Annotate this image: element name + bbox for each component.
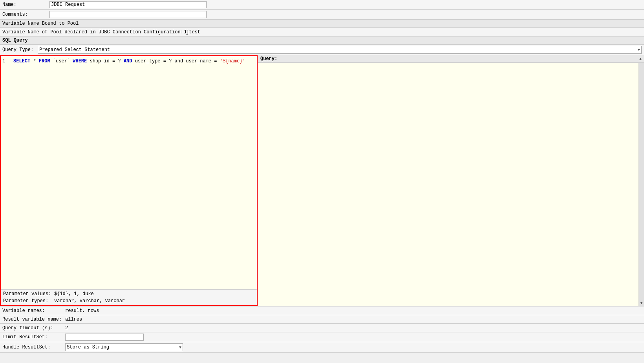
- handle-resultset-select-wrapper: Store as String Store as Object Count Re…: [65, 343, 183, 351]
- query-timeout-row: Query timeout (s): 2: [0, 324, 644, 332]
- right-panel-scrollbar-up: ▲: [639, 57, 642, 61]
- variable-names-value: result, rows: [65, 308, 642, 314]
- sql-line-1: 1 SELECT * FROM `user` WHERE shop_id = ?…: [2, 58, 255, 65]
- sql-section: 1 SELECT * FROM `user` WHERE shop_id = ?…: [0, 55, 644, 306]
- query-type-select-wrapper: Prepared Select Statement Select Stateme…: [38, 46, 642, 54]
- name-row: Name:: [0, 0, 644, 10]
- scrollbar-down-arrow: ▼: [640, 301, 642, 305]
- query-timeout-label: Query timeout (s):: [2, 325, 65, 331]
- param-types-row: Parameter types: varchar, varchar, varch…: [3, 297, 254, 305]
- handle-resultset-label: Handle ResultSet:: [2, 345, 65, 350]
- variable-name-bound-title: Variable Name Bound to Pool: [2, 21, 79, 26]
- query-type-row: Query Type: Prepared Select Statement Se…: [0, 45, 644, 55]
- pool-value: djtest: [183, 29, 642, 35]
- query-type-label: Query Type:: [2, 47, 38, 53]
- result-variable-name-label: Result variable name:: [2, 317, 65, 322]
- right-query-editor[interactable]: ▼: [258, 63, 644, 306]
- variable-names-row: Variable names: result, rows: [0, 306, 644, 315]
- sql-content-1: SELECT * FROM `user` WHERE shop_id = ? A…: [13, 58, 245, 65]
- line-number-1: 1: [2, 58, 10, 65]
- sql-editor[interactable]: 1 SELECT * FROM `user` WHERE shop_id = ?…: [1, 56, 257, 289]
- limit-resultset-label: Limit ResultSet:: [2, 334, 65, 340]
- result-variable-name-row: Result variable name: allres: [0, 315, 644, 324]
- handle-resultset-select[interactable]: Store as String Store as Object Count Re…: [65, 343, 183, 351]
- right-scrollbar: ▼: [639, 63, 644, 306]
- variable-name-section: Variable Name Bound to Pool: [0, 20, 644, 28]
- param-values-value: ${id}, 1, duke: [54, 291, 94, 297]
- handle-resultset-row: Handle ResultSet: Store as String Store …: [0, 342, 644, 353]
- name-label: Name:: [2, 2, 49, 7]
- query-type-select[interactable]: Prepared Select Statement Select Stateme…: [38, 46, 642, 54]
- sql-query-label: SQL Query: [2, 38, 28, 43]
- limit-resultset-input[interactable]: [65, 334, 144, 341]
- result-variable-name-value: allres: [65, 317, 642, 322]
- comments-label: Comments:: [2, 12, 49, 17]
- param-types-value: varchar, varchar, varchar: [54, 298, 125, 304]
- pool-label: Variable Name of Pool declared in JDBC C…: [2, 29, 183, 35]
- limit-resultset-row: Limit ResultSet:: [0, 332, 644, 342]
- query-right-header: Query:: [260, 56, 277, 62]
- comments-input[interactable]: [49, 11, 207, 18]
- sql-query-section-title: SQL Query: [0, 36, 644, 45]
- variable-names-label: Variable names:: [2, 308, 65, 314]
- param-values-row: Parameter values: ${id}, 1, duke: [3, 290, 254, 297]
- param-section: Parameter values: ${id}, 1, duke Paramet…: [1, 289, 257, 305]
- query-timeout-value: 2: [65, 325, 642, 331]
- param-values-label: Parameter values:: [3, 291, 54, 297]
- param-types-label: Parameter types:: [3, 298, 54, 304]
- pool-name-row: Variable Name of Pool declared in JDBC C…: [0, 28, 644, 36]
- comments-row: Comments:: [0, 10, 644, 20]
- name-input[interactable]: [49, 1, 207, 8]
- sql-right-panel: Query: ▲ ▼: [258, 55, 644, 306]
- sql-left-panel: 1 SELECT * FROM `user` WHERE shop_id = ?…: [0, 55, 258, 306]
